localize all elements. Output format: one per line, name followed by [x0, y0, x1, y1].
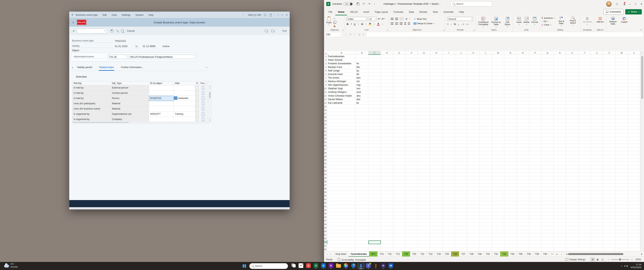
grid-cell[interactable]	[554, 244, 566, 247]
grid-cell[interactable]	[578, 80, 591, 83]
grid-cell[interactable]	[480, 212, 492, 215]
grid-cell[interactable]	[603, 87, 616, 90]
grid-cell[interactable]	[578, 223, 591, 226]
column-header-id-rel-object[interactable]: ID rel.object	[149, 81, 174, 85]
grid-cell[interactable]	[566, 244, 578, 247]
cell-objtype[interactable]: External person	[111, 85, 149, 90]
grid-cell[interactable]	[430, 137, 442, 141]
grid-cell[interactable]	[616, 76, 628, 80]
row-header-27[interactable]: 27	[324, 148, 327, 151]
grid-cell[interactable]	[578, 208, 591, 212]
grid-cell[interactable]	[542, 155, 554, 158]
grid-cell[interactable]	[517, 123, 529, 126]
grid-cell[interactable]	[480, 198, 492, 201]
grid-cell[interactable]	[628, 248, 640, 251]
sheet-tab-t40[interactable]: T40	[541, 251, 549, 257]
grid-cell[interactable]	[467, 83, 480, 87]
snipping-tool-icon[interactable]: ✂	[297, 263, 305, 269]
grid-cell[interactable]	[356, 240, 368, 244]
maximize-button[interactable]: □	[635, 3, 636, 6]
grid-cell[interactable]	[381, 151, 393, 155]
grid-cell[interactable]	[480, 101, 492, 105]
grid-cell[interactable]	[442, 76, 455, 80]
sap-logon-icon[interactable]: S	[305, 263, 312, 269]
grid-cell[interactable]	[418, 108, 430, 112]
grid-cell[interactable]	[418, 162, 430, 165]
grid-cell[interactable]	[455, 108, 467, 112]
grid-cell[interactable]	[566, 223, 578, 226]
table-row[interactable]: Is held byContact person	[72, 91, 211, 96]
back-icon[interactable]: ‹	[73, 20, 74, 25]
grid-cell[interactable]	[442, 244, 455, 247]
grid-cell[interactable]	[628, 80, 640, 83]
comments-button[interactable]: Comments	[604, 9, 624, 15]
grid-cell[interactable]	[591, 141, 603, 144]
row-header-50[interactable]: 50	[324, 230, 327, 233]
grid-cell[interactable]	[381, 133, 393, 137]
grid-cell[interactable]	[492, 73, 504, 76]
grid-cell[interactable]	[406, 137, 418, 141]
grid-cell[interactable]	[430, 108, 442, 112]
grid-cell[interactable]	[381, 237, 393, 240]
merge-center-button[interactable]: Merge & Center ∨	[414, 22, 435, 25]
cell-relship[interactable]: Is held by	[72, 96, 111, 101]
grid-cell[interactable]	[492, 233, 504, 237]
grid-cell[interactable]	[554, 215, 566, 219]
grid-cell[interactable]	[603, 151, 616, 155]
grid-cell[interactable]	[517, 94, 529, 98]
grid-cell[interactable]	[455, 94, 467, 98]
grid-cell[interactable]	[542, 126, 554, 130]
comma-icon[interactable]: ,	[458, 23, 459, 26]
grid-cell[interactable]	[616, 226, 628, 230]
grid-cell[interactable]	[529, 144, 542, 148]
hamburger-icon[interactable]: ≡	[72, 13, 73, 17]
grid-cell[interactable]	[578, 87, 591, 90]
cell-objtype[interactable]: Company	[111, 117, 149, 122]
function-button[interactable]	[201, 96, 205, 100]
grid-cell[interactable]	[591, 215, 603, 219]
grid-cell[interactable]	[616, 69, 628, 73]
grid-cell[interactable]	[418, 90, 430, 94]
grid-cell[interactable]	[393, 230, 406, 233]
grid-cell[interactable]	[529, 151, 542, 155]
grid-cell[interactable]	[455, 151, 467, 155]
grid-cell[interactable]	[542, 101, 554, 105]
grid-cell[interactable]	[406, 233, 418, 237]
grid-cell[interactable]	[480, 226, 492, 230]
grid-cell[interactable]	[591, 105, 603, 108]
ribbon-tab-help[interactable]: Help	[456, 9, 466, 15]
cell-id-rel-object[interactable]	[149, 85, 174, 90]
grid-cell[interactable]	[418, 115, 430, 119]
grid-cell[interactable]	[578, 105, 591, 108]
grid-cell[interactable]	[368, 248, 381, 251]
grid-cell[interactable]	[393, 76, 406, 80]
grid-cell[interactable]	[616, 237, 628, 240]
grid-cell[interactable]	[356, 58, 368, 62]
grid-cell[interactable]	[368, 187, 381, 191]
grid-cell[interactable]	[504, 62, 517, 65]
grid-cell[interactable]	[467, 230, 480, 233]
grid-cell[interactable]	[430, 105, 442, 108]
grid-cell[interactable]	[368, 201, 381, 205]
addins-button[interactable]: Add-ins	[594, 15, 606, 23]
grid-cell[interactable]	[542, 130, 554, 133]
grid-cell[interactable]	[616, 187, 628, 191]
grid-cell[interactable]	[430, 169, 442, 173]
grid-cell[interactable]	[616, 215, 628, 219]
menu-item-goto[interactable]: Goto	[112, 14, 117, 16]
grid-cell[interactable]	[554, 226, 566, 230]
grid-cell[interactable]	[542, 165, 554, 169]
grid-cell[interactable]	[480, 208, 492, 212]
grid-cell[interactable]	[381, 76, 393, 80]
grid-cell[interactable]	[430, 162, 442, 165]
close-button[interactable]: ✕	[640, 3, 642, 6]
create-shortcut-icon[interactable]	[271, 30, 274, 32]
grid-cell[interactable]	[480, 240, 492, 244]
grid-cell[interactable]	[442, 219, 455, 223]
borders-icon[interactable]: ⊞	[361, 23, 363, 26]
grid-cell[interactable]	[566, 69, 578, 73]
grid-cell[interactable]	[381, 115, 393, 119]
grid-cell[interactable]	[393, 183, 406, 187]
grid-cell[interactable]	[455, 87, 467, 90]
row-header-45[interactable]: 45	[324, 212, 327, 215]
